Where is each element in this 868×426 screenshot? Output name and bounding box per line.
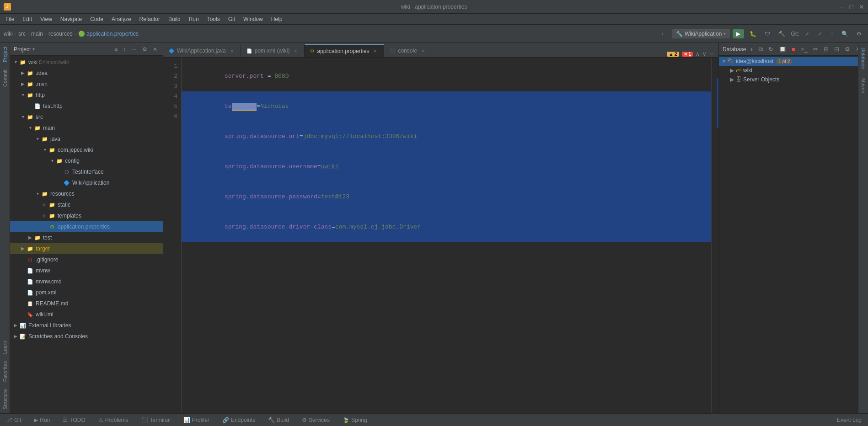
db-settings-button[interactable]: ⚙ — [843, 45, 852, 53]
maximize-button[interactable]: □ — [850, 3, 853, 11]
tree-item-testinterface[interactable]: ▶ ⬡ TestInterface — [10, 166, 163, 177]
tree-item-wikiiml[interactable]: ▶ 🔖 wiki.iml — [10, 309, 163, 320]
indicator-nav-up[interactable]: ∧ — [696, 51, 700, 57]
close-panel-button[interactable]: ✕ — [151, 45, 159, 53]
tree-item-gitignore[interactable]: ▶ G .gitignore — [10, 254, 163, 265]
search-everywhere-button[interactable]: 🔍 — [839, 29, 851, 38]
endpoints-status-item[interactable]: 🔗 Endpoints — [220, 416, 258, 424]
favorites-tab[interactable]: Favorites — [0, 357, 10, 385]
learn-tab[interactable]: Learn — [0, 337, 10, 357]
git-commit-button[interactable]: ✓ — [815, 29, 825, 38]
project-tab[interactable]: Project — [0, 43, 10, 66]
indicator-nav-down[interactable]: ∨ — [702, 51, 707, 57]
menu-file[interactable]: File — [2, 15, 18, 23]
run-config-selector[interactable]: 🔧 WikiApplication ▾ — [672, 29, 730, 38]
tree-item-appprops[interactable]: ▶ ⚙ application.properties — [10, 221, 163, 232]
run-button[interactable]: ▶ — [733, 29, 744, 38]
tree-item-templates[interactable]: ▶ 📁 templates — [10, 210, 163, 221]
db-refresh-button[interactable]: ↻ — [766, 45, 775, 53]
terminal-status-item[interactable]: ⬛ Terminal — [139, 416, 173, 424]
tree-item-idea[interactable]: ▶ 📁 .idea — [10, 68, 163, 79]
tree-item-scratches[interactable]: ▶ 📝 Scratches and Consoles — [10, 331, 163, 342]
tree-item-mvnw[interactable]: ▶ 📄 mvnw — [10, 265, 163, 276]
menu-edit[interactable]: Edit — [19, 15, 36, 23]
breadcrumb-main[interactable]: main — [31, 31, 43, 37]
run-status-item[interactable]: ▶ Run — [31, 416, 53, 424]
db-item-server-objects[interactable]: ▶ 🗄 Server Objects — [719, 75, 858, 84]
tree-item-mvn[interactable]: ▶ 📁 .mvn — [10, 79, 163, 90]
close-button[interactable]: ✕ — [859, 3, 864, 11]
breadcrumb-src[interactable]: src — [18, 31, 26, 37]
tree-item-config[interactable]: ▾ 📁 config — [10, 155, 163, 166]
tree-item-test[interactable]: ▶ 📁 test — [10, 232, 163, 243]
profiler-status-item[interactable]: 📊 Profiler — [181, 416, 212, 424]
tree-item-target[interactable]: ▶ 📁 target — [10, 243, 163, 254]
tree-item-src[interactable]: ▾ 📁 src — [10, 112, 163, 122]
db-edit-button[interactable]: ✏ — [811, 45, 820, 53]
menu-tools[interactable]: Tools — [204, 15, 224, 23]
collapse-all-button[interactable]: ≡ — [113, 45, 119, 53]
tree-item-readme[interactable]: ▶ 📋 README.md — [10, 298, 163, 309]
git-status-item[interactable]: ⎇ Git — [4, 416, 24, 424]
tree-item-wikiapp[interactable]: ▶ 🔷 WikiApplication — [10, 177, 163, 188]
tree-item-extlibs[interactable]: ▶ 📊 External Libraries — [10, 320, 163, 331]
database-vtab[interactable]: Database — [859, 43, 868, 74]
breadcrumb-wiki[interactable]: wiki — [4, 31, 13, 37]
db-add-button[interactable]: + — [748, 45, 755, 53]
close-tab-pomxml[interactable]: ✕ — [292, 48, 299, 54]
tree-item-pomxml[interactable]: ▶ 📄 pom.xml — [10, 287, 163, 298]
db-table-button[interactable]: ⊞ — [822, 45, 830, 53]
code-area[interactable]: server.port = 8080 test.name=Nicholas sp… — [182, 58, 711, 413]
tree-item-mvnwcmd[interactable]: ▶ 📄 mvnw.cmd — [10, 276, 163, 287]
maven-vtab[interactable]: Maven — [859, 74, 868, 98]
tree-item-test-http[interactable]: ▶ 📄 test.http — [10, 101, 163, 112]
menu-refactor[interactable]: Refactor — [136, 15, 164, 23]
tab-pomxml[interactable]: 📄 pom.xml (wiki) ✕ — [241, 44, 305, 57]
spring-status-item[interactable]: 🍃 Spring — [340, 416, 370, 424]
tree-item-static[interactable]: ▶ 📁 static — [10, 199, 163, 210]
sort-button[interactable]: ↕ — [121, 45, 128, 53]
structure-tab[interactable]: Structure — [0, 385, 10, 413]
settings-button[interactable]: ⚙ — [854, 29, 864, 38]
tab-wikiapplication[interactable]: 🔷 WikiApplication.java ✕ — [163, 44, 241, 57]
menu-build[interactable]: Build — [165, 15, 184, 23]
todo-status-item[interactable]: ☰ TODO — [60, 416, 88, 424]
build-button[interactable]: 🔨 — [776, 29, 788, 38]
build-status-item[interactable]: 🔨 Build — [265, 416, 292, 424]
menu-navigate[interactable]: Navigate — [57, 15, 86, 23]
tab-console[interactable]: ⬛ console ✕ — [384, 44, 432, 57]
settings-gear-button[interactable]: ⚙ — [140, 45, 149, 53]
db-item-localhost[interactable]: ▾ 🔌 idea@localhost 1 of 2 — [719, 57, 858, 66]
breadcrumb-file[interactable]: 🟢 application.properties — [78, 31, 139, 37]
db-copy-button[interactable]: ⧉ — [757, 45, 765, 53]
indicator-more[interactable]: ⋯ — [709, 51, 715, 57]
db-schema-button[interactable]: 🔲 — [777, 45, 788, 53]
back-button[interactable]: ← — [658, 29, 669, 38]
db-item-wiki[interactable]: ▶ 🗃 wiki — [719, 66, 858, 75]
tree-item-main[interactable]: ▾ 📁 main — [10, 122, 163, 133]
tab-appprops[interactable]: ⚙ application.properties ✕ — [305, 44, 384, 57]
menu-analyze[interactable]: Analyze — [108, 15, 135, 23]
db-console-button[interactable]: >_ — [799, 45, 809, 53]
menu-run[interactable]: Run — [185, 15, 203, 23]
dots-button[interactable]: ⋯ — [129, 45, 139, 53]
services-status-item[interactable]: ⚙ Services — [299, 416, 332, 424]
breadcrumb-resources[interactable]: resources — [48, 31, 73, 37]
close-tab-console[interactable]: ✕ — [420, 48, 426, 54]
menu-window[interactable]: Window — [240, 15, 267, 23]
event-log-item[interactable]: Event Log — [834, 416, 864, 424]
db-stop-button[interactable]: ■ — [790, 45, 797, 53]
problems-status-item[interactable]: ⚠ Problems — [96, 416, 131, 424]
close-tab-wikiapplication[interactable]: ✕ — [229, 48, 235, 54]
git-check-button[interactable]: ✓ — [802, 29, 812, 38]
tree-item-http[interactable]: ▾ 📁 http — [10, 90, 163, 101]
commit-tab[interactable]: Commit — [0, 66, 10, 91]
coverage-button[interactable]: 🛡 — [762, 29, 773, 38]
db-filter-button[interactable]: ⊟ — [832, 45, 841, 53]
menu-git[interactable]: Git — [225, 15, 239, 23]
tree-item-wiki[interactable]: ▾ 📁 wiki D:\imooc\wiki — [10, 57, 163, 68]
minimize-button[interactable]: ─ — [840, 3, 844, 11]
close-tab-appprops[interactable]: ✕ — [372, 48, 378, 54]
tree-item-com[interactable]: ▾ 📁 com.jepcc.wiki — [10, 144, 163, 155]
menu-view[interactable]: View — [37, 15, 56, 23]
